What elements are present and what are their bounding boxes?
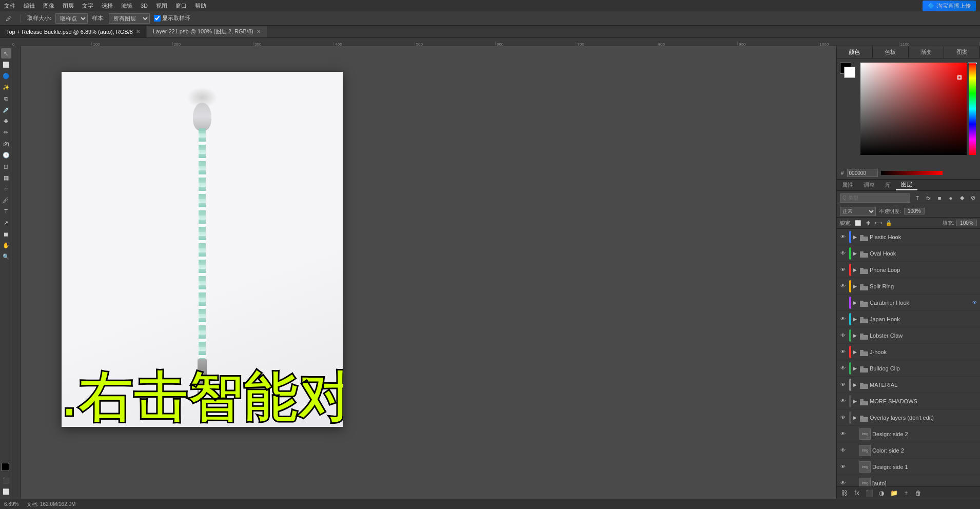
color-saturation-box[interactable]	[860, 63, 967, 155]
layer-delete-button[interactable]: 🗑	[914, 488, 923, 498]
background-swatch[interactable]	[844, 67, 855, 78]
tool-shape[interactable]: ◼	[1, 229, 11, 239]
layer-vis-japan-hook[interactable]: 👁	[839, 315, 847, 323]
show-ring-checkbox[interactable]	[154, 15, 161, 22]
layer-vis-design-side1[interactable]: 👁	[839, 463, 847, 471]
color-slider-r[interactable]	[881, 171, 943, 175]
color-tab-swatches[interactable]: 色板	[873, 46, 909, 58]
layer-group-arrow-material[interactable]: ▶	[853, 382, 858, 387]
layer-item-overlay-layers[interactable]: 👁 ▶ Overlay layers (don't edit)	[837, 409, 980, 426]
layer-item-phone-loop[interactable]: 👁 ▶ Phone Loop	[837, 262, 980, 278]
layer-group-arrow-plastic-hook[interactable]: ▶	[853, 234, 858, 240]
tool-clone-stamp[interactable]: 🖄	[1, 139, 11, 149]
layers-filter-smart[interactable]: ●	[947, 193, 955, 203]
menu-item-3d[interactable]: 3D	[141, 3, 148, 9]
tool-eyedropper[interactable]: 💉	[1, 105, 11, 115]
layers-filter-fx[interactable]: fx	[925, 193, 933, 203]
menu-item-help[interactable]: 帮助	[195, 2, 206, 10]
tool-gradient[interactable]: ▦	[1, 172, 11, 183]
layer-item-color-side2[interactable]: 👁 img Color: side 2	[837, 442, 980, 459]
tool-3d[interactable]: ⬛	[1, 475, 11, 485]
canvas-area[interactable]: 1.右击智能对象图层	[21, 46, 836, 499]
layer-group-arrow-japan-hook[interactable]: ▶	[853, 317, 858, 322]
foreground-color[interactable]	[1, 463, 9, 471]
fill-input[interactable]	[956, 220, 977, 226]
layer-mask-button[interactable]: ⬛	[865, 488, 874, 498]
menu-item-edit[interactable]: 编辑	[24, 2, 35, 10]
layers-filter-color[interactable]: ■	[935, 193, 944, 203]
layer-item-oval-hook[interactable]: 👁 ▶ Oval Hook	[837, 245, 980, 262]
tool-crop[interactable]: ⧉	[1, 93, 11, 104]
layer-item-j-hook[interactable]: 👁 ▶ J-hook	[837, 344, 980, 360]
layer-vis-plastic-hook[interactable]: 👁	[839, 233, 847, 241]
layer-vis-color-side2[interactable]: 👁	[839, 446, 847, 455]
layer-vis-overlay-layers[interactable]: 👁	[839, 414, 847, 422]
color-tab-color[interactable]: 颜色	[837, 46, 873, 58]
layer-item-material[interactable]: 👁 ▶ MATERIAL	[837, 377, 980, 393]
tool-extra[interactable]: ⬜	[1, 486, 11, 497]
lock-image-pixels[interactable]: ✚	[864, 219, 872, 227]
sample-dropdown[interactable]: 所有图层	[109, 13, 150, 24]
tool-heal[interactable]: ✚	[1, 116, 11, 126]
layer-vis-material[interactable]: 👁	[839, 381, 847, 389]
layer-vis-oval-hook[interactable]: 👁	[839, 249, 847, 258]
layers-filter-toggle[interactable]: ⊘	[969, 193, 977, 203]
layer-group-button[interactable]: 📁	[889, 488, 898, 498]
tool-text[interactable]: T	[1, 206, 11, 217]
tool-zoom[interactable]: 🔍	[1, 251, 11, 262]
tool-path-select[interactable]: ↗	[1, 218, 11, 228]
layer-item-auto-layer[interactable]: 👁 img [auto]	[837, 475, 980, 486]
tool-dodge[interactable]: ○	[1, 184, 11, 194]
lock-transparent-pixels[interactable]: ⬜	[854, 219, 862, 227]
layer-group-arrow-lobster-claw[interactable]: ▶	[853, 333, 858, 338]
hex-input[interactable]	[847, 169, 878, 177]
layer-new-button[interactable]: +	[901, 488, 911, 498]
layers-search-input[interactable]	[840, 193, 910, 203]
layer-group-arrow-split-ring[interactable]: ▶	[853, 284, 858, 289]
layer-item-more-shadows[interactable]: 👁 ▶ MORE SHADOWS	[837, 393, 980, 409]
blend-mode-dropdown[interactable]: 正常	[840, 207, 876, 216]
layers-filter-type[interactable]: T	[913, 193, 922, 203]
tab-release-buckle[interactable]: Top + Release Buckle.psd @ 6.89% (auto),…	[0, 26, 147, 37]
layer-group-arrow-oval-hook[interactable]: ▶	[853, 251, 858, 256]
tab-close-release-buckle[interactable]: ✕	[136, 29, 140, 34]
tool-wand[interactable]: ✨	[1, 82, 11, 92]
layers-filter-shape[interactable]: ◆	[958, 193, 966, 203]
layer-item-bulldog-clip[interactable]: 👁 ▶ Bulldog Clip	[837, 360, 980, 377]
layer-item-carabiner-hook[interactable]: ○ ▶ Carabiner Hook 👁	[837, 295, 980, 311]
tool-hand[interactable]: ✋	[1, 240, 11, 250]
layer-item-design-side2[interactable]: 👁 img Design: side 2	[837, 426, 980, 442]
layer-adjustment-button[interactable]: ◑	[877, 488, 886, 498]
layer-item-japan-hook[interactable]: 👁 ▶ Japan Hook	[837, 311, 980, 327]
layer-group-arrow-bulldog-clip[interactable]: ▶	[853, 366, 858, 371]
color-tab-gradient[interactable]: 渐变	[909, 46, 945, 58]
layer-item-lobster-claw[interactable]: 👁 ▶ Lobster Claw	[837, 327, 980, 344]
layer-group-arrow-j-hook[interactable]: ▶	[853, 349, 858, 355]
lock-all[interactable]: 🔒	[885, 219, 893, 227]
rp-tab-properties[interactable]: 属性	[837, 180, 858, 190]
layer-vis-more-shadows[interactable]: 👁	[839, 397, 847, 405]
opacity-input[interactable]	[904, 208, 925, 214]
menu-item-view[interactable]: 视图	[156, 2, 167, 10]
layer-vis-j-hook[interactable]: 👁	[839, 348, 847, 356]
menu-item-text[interactable]: 文字	[82, 2, 93, 10]
layer-vis-carabiner-hook[interactable]: ○	[839, 299, 847, 307]
layer-group-arrow-carabiner-hook[interactable]: ▶	[853, 300, 858, 305]
menu-item-file[interactable]: 文件	[4, 2, 15, 10]
layer-vis-split-ring[interactable]: 👁	[839, 282, 847, 290]
rp-tab-layers[interactable]: 图层	[896, 180, 917, 190]
lock-position[interactable]: ⟷	[874, 219, 883, 227]
tab-close-layer221[interactable]: ✕	[257, 29, 261, 34]
layer-link-button[interactable]: ⛓	[840, 488, 849, 498]
tool-move[interactable]: ↖	[1, 48, 11, 58]
tool-history-brush[interactable]: 🕒	[1, 150, 11, 160]
tool-rectangle-select[interactable]: ⬜	[1, 60, 11, 70]
tab-layer221[interactable]: Layer 221.psb @ 100% (图层 2, RGB/8) ✕	[147, 26, 267, 37]
layer-vis-phone-loop[interactable]: 👁	[839, 266, 847, 274]
layer-vis-lobster-claw[interactable]: 👁	[839, 331, 847, 340]
layer-visibility-special-carabiner-hook[interactable]: 👁	[971, 299, 978, 306]
menu-item-layer[interactable]: 图层	[63, 2, 74, 10]
tool-lasso[interactable]: 🔵	[1, 71, 11, 81]
layer-group-arrow-phone-loop[interactable]: ▶	[853, 267, 858, 272]
rp-tab-libraries[interactable]: 库	[880, 180, 896, 190]
